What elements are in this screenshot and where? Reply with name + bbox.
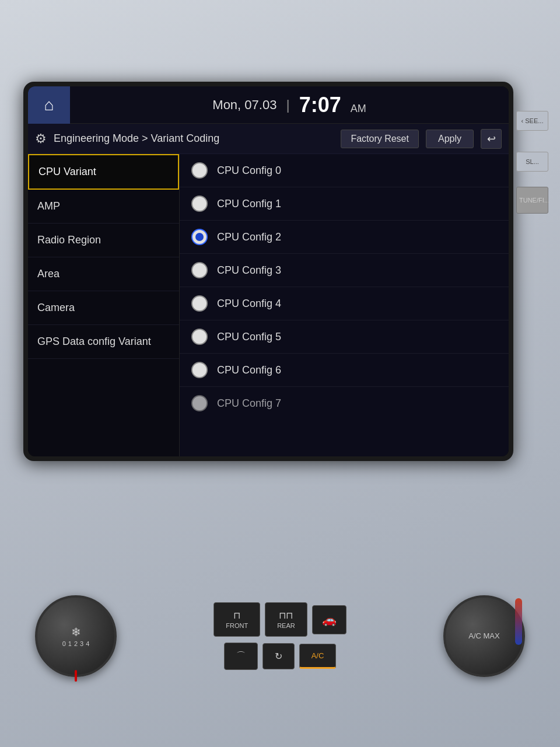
radio-inner-2 — [195, 233, 204, 241]
fan-num-2: 2 — [74, 640, 78, 647]
config-option-7-partial[interactable]: CPU Config 7 — [180, 387, 509, 420]
ac-max-label: A/C MAX — [468, 631, 499, 641]
wiper-button[interactable]: ⌒ — [224, 643, 258, 670]
menu-item-camera[interactable]: Camera — [28, 291, 179, 325]
config-option-2[interactable]: CPU Config 2 — [180, 221, 509, 254]
config-label-1: CPU Config 1 — [217, 198, 281, 210]
rear-defroster-icon: ⊓⊓ — [277, 610, 295, 621]
menu-item-gps-data-config[interactable]: GPS Data config Variant — [28, 325, 179, 359]
ampm-display: AM — [351, 103, 366, 115]
datetime-area: Mon, 07.03 | 7:07 AM — [70, 93, 509, 117]
fan-icon: ❄ — [71, 625, 81, 639]
sidebar-btn-seek[interactable]: ‹ SEE... — [516, 111, 548, 131]
config-options-panel: CPU Config 0 CPU Config 1 CPU Config 2 C… — [180, 154, 509, 456]
menu-item-radio-region[interactable]: Radio Region — [28, 224, 179, 257]
circulation-icon: ↻ — [275, 651, 282, 662]
sidebar-btn-seek-label: ‹ SEE... — [522, 117, 544, 124]
temp-dial[interactable]: A/C MAX — [443, 595, 525, 677]
fan-dial[interactable]: ❄ 0 1 2 3 4 — [35, 595, 117, 677]
sidebar-btn-sl-label: SL... — [526, 158, 539, 165]
top-control-row: ⊓ FRONT ⊓⊓ REAR 🚗 — [214, 602, 346, 637]
wiper-icon: ⌒ — [236, 650, 246, 662]
bottom-control-row: ⌒ ↻ A/C — [224, 643, 337, 670]
fan-num-3: 3 — [80, 640, 83, 647]
time-divider: | — [286, 97, 289, 113]
config-option-3[interactable]: CPU Config 3 — [180, 254, 509, 287]
radio-button-7[interactable] — [191, 395, 208, 411]
menu-item-cpu-variant[interactable]: CPU Variant — [28, 154, 179, 190]
center-controls: ⊓ FRONT ⊓⊓ REAR 🚗 ⌒ ↻ A/C — [214, 602, 346, 670]
config-label-5: CPU Config 5 — [217, 331, 281, 343]
fan-dial-container: ❄ 0 1 2 3 4 — [35, 595, 117, 677]
menu-item-area[interactable]: Area — [28, 257, 179, 291]
sidebar-btn-sl[interactable]: SL... — [516, 152, 548, 172]
fan-num-0: 0 — [62, 640, 66, 647]
config-label-7: CPU Config 7 — [217, 397, 281, 410]
date-display: Mon, 07.03 — [212, 97, 276, 113]
screen: ⌂ Mon, 07.03 | 7:07 AM ⚙ Engineering Mod… — [28, 86, 509, 456]
config-label-4: CPU Config 4 — [217, 298, 281, 310]
front-defroster-label: FRONT — [226, 622, 248, 629]
radio-button-1[interactable] — [191, 196, 208, 212]
front-defroster-icon: ⊓ — [226, 610, 248, 621]
menu-item-amp[interactable]: AMP — [28, 190, 179, 224]
fan-num-1: 1 — [68, 640, 72, 647]
left-menu-panel: CPU Variant AMP Radio Region Area Camera… — [28, 154, 180, 456]
factory-reset-button[interactable]: Factory Reset — [341, 130, 419, 148]
dial-indicator — [75, 670, 77, 682]
tune-fi-label: TUNE/FI... — [519, 197, 550, 204]
config-label-3: CPU Config 3 — [217, 264, 281, 277]
ac-button[interactable]: A/C — [299, 644, 337, 669]
time-display: 7:07 — [299, 93, 341, 117]
car-right-sidebar: ‹ SEE... SL... TUNE/FI... — [516, 111, 548, 214]
gear-icon: ⚙ — [35, 131, 47, 146]
rear-defroster-button[interactable]: ⊓⊓ REAR — [265, 602, 307, 637]
breadcrumb-bar: ⚙ Engineering Mode > Variant Coding Fact… — [28, 124, 509, 154]
main-content: CPU Variant AMP Radio Region Area Camera… — [28, 154, 509, 456]
home-button[interactable]: ⌂ — [28, 86, 70, 124]
config-label-0: CPU Config 0 — [217, 165, 281, 177]
config-label-2: CPU Config 2 — [217, 231, 281, 243]
radio-button-2[interactable] — [191, 229, 208, 245]
radio-button-5[interactable] — [191, 329, 208, 345]
config-option-0[interactable]: CPU Config 0 — [180, 154, 509, 187]
radio-button-3[interactable] — [191, 262, 208, 278]
rear-defroster-label: REAR — [277, 622, 295, 629]
bottom-controls: ❄ 0 1 2 3 4 ⊓ FRONT ⊓⊓ REAR — [23, 549, 537, 724]
car-icon: 🚗 — [322, 613, 337, 627]
radio-button-4[interactable] — [191, 295, 208, 312]
config-label-6: CPU Config 6 — [217, 364, 281, 376]
config-option-4[interactable]: CPU Config 4 — [180, 287, 509, 320]
circulation-button[interactable]: ↻ — [262, 643, 295, 669]
radio-button-0[interactable] — [191, 162, 208, 179]
breadcrumb-path: Engineering Mode > Variant Coding — [54, 132, 334, 145]
fan-num-4: 4 — [86, 640, 89, 647]
temp-dial-container: A/C MAX — [443, 595, 525, 677]
screen-bezel: ⌂ Mon, 07.03 | 7:07 AM ⚙ Engineering Mod… — [23, 82, 513, 461]
front-defroster-button[interactable]: ⊓ FRONT — [214, 602, 260, 637]
temp-gradient-indicator — [515, 598, 522, 645]
back-icon: ↩ — [487, 132, 496, 145]
home-icon: ⌂ — [44, 96, 54, 114]
header-bar: ⌂ Mon, 07.03 | 7:07 AM — [28, 86, 509, 124]
tune-fi-button[interactable]: TUNE/FI... — [516, 187, 548, 214]
config-option-1[interactable]: CPU Config 1 — [180, 187, 509, 221]
back-button[interactable]: ↩ — [481, 129, 502, 149]
radio-button-6[interactable] — [191, 362, 208, 378]
apply-button[interactable]: Apply — [426, 130, 474, 148]
config-option-6[interactable]: CPU Config 6 — [180, 354, 509, 387]
car-outline-button[interactable]: 🚗 — [312, 605, 346, 634]
config-option-5[interactable]: CPU Config 5 — [180, 320, 509, 354]
ac-label: A/C — [312, 651, 324, 660]
